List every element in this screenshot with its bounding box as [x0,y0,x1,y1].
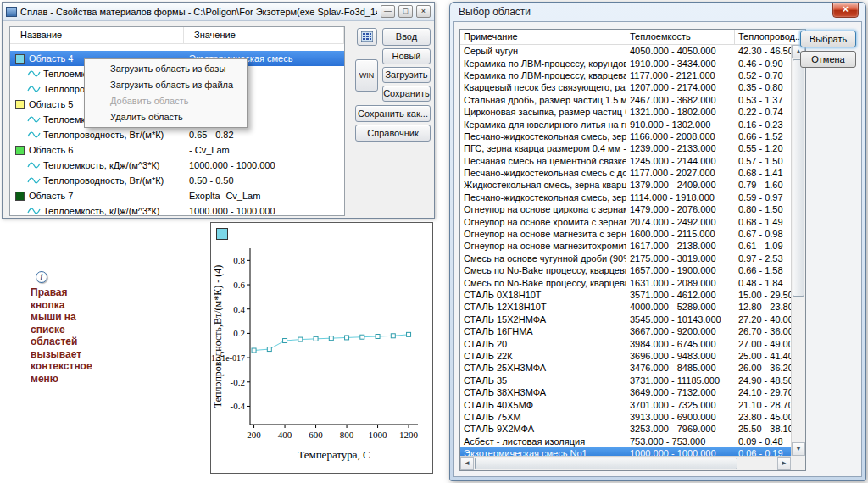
material-cell: Жидкостекольная смесь, зерна кварца и ц.… [460,180,626,190]
material-row[interactable]: Смесь по No-Bake процессу, кварцевые зер… [460,264,791,276]
material-cell: Экзотермическая смесь No1 [460,448,626,456]
scroll-down-icon[interactable]: ▼ [792,442,805,456]
material-row[interactable]: СТАЛЬ 0X18Н10Т3571.000 - 4612.00015.00 -… [460,289,791,301]
minimize-button[interactable]: — [381,5,395,18]
material-row[interactable]: Жидкостекольная смесь, зерна кварца и ц.… [460,179,791,191]
material-row[interactable]: СТАЛЬ 9Х2МФА3253.000 - 7969.00025.50 - 3… [460,423,791,435]
material-row[interactable]: Песчано-жидкостекольная смесь, зерна ква… [460,192,791,203]
material-row[interactable]: Огнеупор на основе магнезита с зернами 0… [460,228,791,240]
window-body: Название Значение Область 4Экзотермическ… [3,21,434,218]
note-text-line: контекстное [31,360,125,373]
materials-properties-window: Сплав - Свойства материалов формы - C:\P… [2,2,435,219]
material-row[interactable]: Керамика по ЛВМ-процессу, корундовая осн… [460,57,791,69]
material-cell: 26.00 - 36.20 [735,363,791,373]
material-row[interactable]: СТАЛЬ 40Х5МФ3701.000 - 7325.00021.10 - 2… [460,398,791,410]
property-row[interactable]: Теплопроводность, Вт/(м*К)0.65 - 0.82 [10,127,344,142]
property-row[interactable]: Область 7Exoplta- Cv_Lam [10,188,344,203]
context-menu-item[interactable]: Загрузить область из файла [86,77,245,93]
material-cell: Песчано-жидкостекольная смесь, зерна ква… [460,131,626,142]
scroll-right-icon[interactable]: ► [777,457,791,470]
material-row[interactable]: Огнеупор на основе циркона с зернами 0.1… [460,203,791,215]
reference-button[interactable]: Справочник [355,125,431,142]
material-row[interactable]: Огнеупор на основе хромита с зернами 0.2… [460,215,791,227]
enter-button[interactable]: Ввод [382,28,431,46]
material-cell: 0.35 - 0.80 [735,82,791,92]
cancel-button[interactable]: Отмена [800,51,856,68]
column-header-value[interactable]: Значение [184,27,344,43]
property-row[interactable]: Теплоемкость, кДж/(м^3*К)1000.000 - 1000… [10,203,344,216]
note-text-line: списке [31,324,125,336]
close-icon[interactable]: × [832,3,859,18]
context-menu: Загрузить область из базыЗагрузить облас… [84,58,248,128]
material-row[interactable]: Экзотермическая смесь No11000.000 - 1000… [460,447,791,456]
material-row[interactable]: Песчано-жидкостекольная смесь с добавле.… [460,167,791,179]
materials-list[interactable]: Примечание Теплоемкость Теплопровод... С… [459,29,806,471]
close-button[interactable]: × [416,5,431,18]
material-cell: 21.10 - 28.70 [735,400,791,410]
column-header-conductivity[interactable]: Теплопровод... [735,30,805,44]
material-cell: 3545.000 - 10143.000 [626,314,735,325]
material-row[interactable]: СТАЛЬ 353731.000 - 11185.00024.90 - 48.5… [460,375,791,386]
material-row[interactable]: Смесь на основе чугунной дроби (90%) раз… [460,253,791,264]
context-menu-item[interactable]: Удалить область [86,109,245,125]
save-as-button[interactable]: Сохранить как... [355,105,431,122]
keypad-icon-button[interactable] [357,28,377,46]
material-row[interactable]: Песчано-жидкостекольная смесь, зерна ква… [460,130,791,142]
vertical-scrollbar[interactable]: ▲ ▼ [791,45,805,456]
column-header-note[interactable]: Примечание [460,30,626,44]
curve-icon [27,175,41,186]
material-cell: 3696.000 - 9483.000 [626,351,735,361]
material-row[interactable]: ПГС, зерна кварца размером 0.4 мм - 100%… [460,142,791,154]
material-row[interactable]: Стальная дробь, размер частиц 1.5 мм, пл… [460,94,791,106]
material-row[interactable]: Керамика по ЛВМ-процессу, кварцевая осно… [460,69,791,81]
material-row[interactable]: Цирконовая засыпка, размер частиц 0.25 м… [460,106,791,118]
material-row[interactable]: СТАЛЬ 38ХН3МФА3649.000 - 7132.00024.10 -… [460,386,791,398]
material-cell: 1177.000 - 2027.000 [626,168,735,178]
horizontal-scrollbar[interactable]: ◄ ► [460,456,791,470]
column-header-name[interactable]: Название [10,27,184,43]
scroll-left-icon[interactable]: ◄ [460,457,474,470]
material-row[interactable]: Песчаная смесь на цементной связке, зерн… [460,155,791,167]
property-row[interactable]: Теплоемкость, кДж/(м^3*К)1000.000 - 1000… [10,158,344,173]
material-row[interactable]: СТАЛЬ 203984.000 - 6745.00027.00 - 49.00 [460,337,791,349]
new-button[interactable]: Новый [382,48,431,64]
material-row[interactable]: Асбест - листовая изоляция753.000 - 753.… [460,436,791,447]
material-row[interactable]: Кварцевый песок без связующего, размер ч… [460,81,791,93]
svg-text:0.8: 0.8 [233,255,245,265]
material-row[interactable]: СТАЛЬ 25ХН3МФА3476.000 - 8485.00026.00 -… [460,362,791,374]
material-cell: 1207.000 - 2174.000 [626,82,735,92]
material-cell: 0.16 - 0.23 [735,119,791,130]
material-row[interactable]: СТАЛЬ 22К3696.000 - 9483.00025.00 - 41.4… [460,350,791,362]
property-row[interactable]: Теплопроводность, Вт/(м*К)0.50 - 0.50 [10,173,344,188]
column-header-heat-capacity[interactable]: Теплоемкость [626,30,735,44]
horizontal-scroll-thumb[interactable] [475,458,737,469]
material-row[interactable]: СТАЛЬ 16ГНМА3667.000 - 9200.00026.70 - 3… [460,325,791,337]
svg-text:600: 600 [309,430,323,440]
curve-icon [27,69,41,79]
win-button[interactable]: WIN [355,59,378,92]
material-row[interactable]: Смесь по No-Bake процессу, кварцевые зер… [460,276,791,288]
dialog-titlebar[interactable]: Выбор области [450,3,865,21]
material-row[interactable]: СТАЛЬ 12X18Н10Т4000.000 - 5289.00012.80 … [460,301,791,313]
material-row[interactable]: СТАЛЬ 15Х2НМФА3545.000 - 10143.00027.20 … [460,314,791,325]
property-name: Теплоемкость, кДж/(м^3*К) [43,160,159,170]
material-row[interactable]: Керамика для ювелирного литья на гипсов.… [460,118,791,130]
material-cell: 3667.000 - 9200.000 [626,326,735,336]
maximize-button[interactable]: □ [398,5,413,18]
material-cell: 1166.000 - 2008.000 [626,131,735,142]
titlebar[interactable]: Сплав - Свойства материалов формы - C:\P… [3,3,434,21]
vertical-scroll-thumb[interactable] [793,59,804,297]
material-cell: 26.70 - 36.00 [735,326,791,336]
material-row[interactable]: СТАЛЬ 75ХМ3913.000 - 6900.00023.80 - 45.… [460,411,791,423]
region-color-swatch [15,192,25,201]
material-cell: 4000.000 - 5289.000 [626,302,735,312]
load-button[interactable]: Загрузить [382,67,431,83]
property-row[interactable]: Область 6- Cv_Lam [10,142,344,158]
material-cell: 0.59 - 0.97 [735,192,791,203]
material-row[interactable]: Огнеупор на основе магнезитохромита с зе… [460,240,791,252]
context-menu-item[interactable]: Загрузить область из базы [86,61,245,77]
select-button[interactable]: Выбрать [800,31,856,47]
property-name: Теплопроводность, Вт/(м*К) [43,175,164,186]
material-row[interactable]: Серый чугун4050.000 - 4050.00042.30 - 46… [460,45,791,57]
save-button[interactable]: Сохранить [382,86,431,102]
